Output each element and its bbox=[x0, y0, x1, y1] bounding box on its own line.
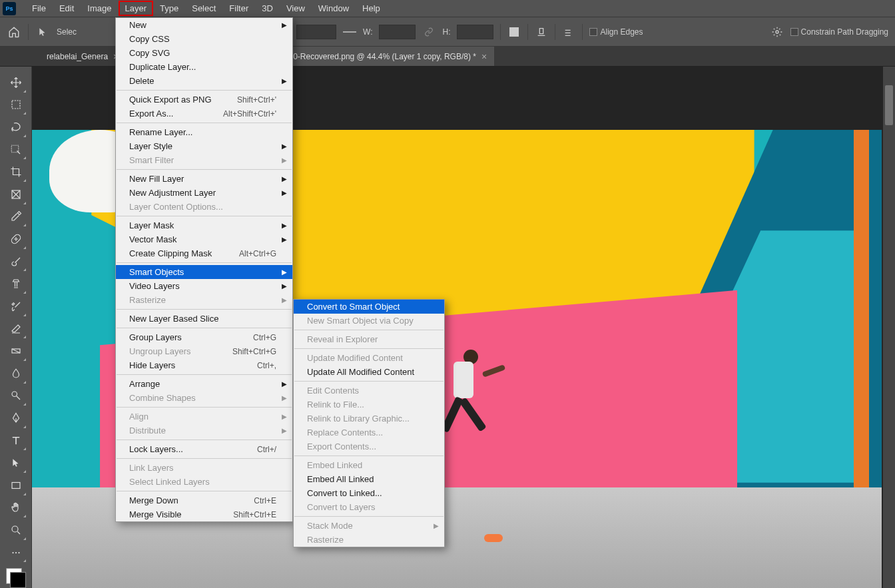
width-input[interactable] bbox=[379, 25, 416, 39]
tool-lasso[interactable] bbox=[5, 117, 27, 138]
stroke-options[interactable] bbox=[343, 25, 356, 39]
menu-item-new-adjustment-layer[interactable]: New Adjustment Layer▶ bbox=[116, 186, 292, 200]
document-tab[interactable]: relabelai_Genera× bbox=[40, 47, 120, 66]
chevron-right-icon: ▶ bbox=[282, 189, 287, 196]
menu-item-embed-all-linked[interactable]: Embed All Linked bbox=[294, 472, 444, 486]
separator bbox=[527, 24, 528, 40]
path-selection-icon[interactable] bbox=[35, 25, 50, 39]
menu-item-stack-mode: Stack Mode▶ bbox=[294, 519, 444, 533]
color-swatches[interactable] bbox=[6, 568, 26, 588]
chevron-right-icon: ▶ bbox=[282, 282, 287, 290]
svg-rect-7 bbox=[12, 482, 20, 488]
menu-item-video-layers[interactable]: Video Layers▶ bbox=[116, 279, 292, 293]
separator bbox=[28, 24, 29, 40]
path-operations-icon[interactable] bbox=[507, 25, 521, 39]
height-input[interactable] bbox=[457, 25, 493, 39]
tool-healing[interactable] bbox=[5, 228, 27, 250]
menu-item-embed-linked: Embed Linked bbox=[294, 458, 444, 472]
menu-view[interactable]: View bbox=[280, 1, 312, 16]
menu-type[interactable]: Type bbox=[153, 1, 185, 16]
menu-item-rename-layer[interactable]: Rename Layer... bbox=[116, 125, 292, 139]
tool-history-brush[interactable] bbox=[5, 296, 27, 317]
tool-eyedropper[interactable] bbox=[5, 206, 27, 228]
tool-quick-select[interactable] bbox=[5, 139, 27, 160]
menu-item-arrange[interactable]: Arrange▶ bbox=[116, 377, 292, 391]
menu-item-hide-layers[interactable]: Hide LayersCtrl+, bbox=[116, 358, 292, 372]
tool-pen[interactable] bbox=[5, 408, 27, 429]
chevron-right-icon: ▶ bbox=[282, 296, 287, 304]
menu-file[interactable]: File bbox=[25, 1, 53, 16]
home-icon[interactable] bbox=[7, 25, 21, 39]
constrain-path-dragging-checkbox[interactable]: Constrain Path Dragging bbox=[790, 27, 888, 37]
tool-marquee[interactable] bbox=[5, 95, 27, 116]
menu-item-link-layers: Link Layers bbox=[116, 461, 292, 475]
tool-brush[interactable] bbox=[5, 251, 27, 272]
menu-item-smart-objects[interactable]: Smart Objects▶ bbox=[116, 265, 292, 279]
menu-item-copy-svg[interactable]: Copy SVG bbox=[116, 46, 292, 60]
menu-item-lock-layers[interactable]: Lock Layers...Ctrl+/ bbox=[116, 442, 292, 456]
menu-item-relink-to-file: Relink to File... bbox=[294, 398, 444, 412]
menu-item-export-as[interactable]: Export As...Alt+Shift+Ctrl+' bbox=[116, 107, 292, 121]
chevron-right-icon: ▶ bbox=[282, 413, 287, 420]
menu-item-duplicate-layer[interactable]: Duplicate Layer... bbox=[116, 60, 292, 74]
vertical-scrollbar[interactable] bbox=[883, 67, 895, 588]
align-edges-checkbox[interactable]: Align Edges bbox=[589, 27, 643, 37]
chevron-right-icon: ▶ bbox=[282, 156, 287, 164]
menu-3d[interactable]: 3D bbox=[255, 1, 280, 16]
menu-help[interactable]: Help bbox=[356, 1, 387, 16]
tool-eraser[interactable] bbox=[5, 318, 27, 340]
menu-item-merge-visible[interactable]: Merge VisibleShift+Ctrl+E bbox=[116, 507, 292, 521]
menu-item-convert-to-linked[interactable]: Convert to Linked... bbox=[294, 486, 444, 500]
tool-path-select[interactable] bbox=[5, 452, 27, 473]
tool-zoom[interactable] bbox=[5, 519, 27, 541]
menu-item-new[interactable]: New▶ bbox=[116, 18, 292, 32]
tool-dodge[interactable] bbox=[5, 386, 27, 407]
menubar: Ps FileEditImageLayerTypeSelectFilter3DV… bbox=[0, 0, 895, 17]
separator bbox=[555, 24, 555, 40]
menu-select[interactable]: Select bbox=[185, 1, 222, 16]
tool-edit-toolbar[interactable] bbox=[5, 542, 27, 563]
menu-item-combine-shapes: Combine Shapes▶ bbox=[116, 391, 292, 405]
tool-frame[interactable] bbox=[5, 184, 27, 205]
link-icon[interactable] bbox=[422, 25, 436, 39]
stroke-width-input[interactable] bbox=[296, 25, 336, 39]
menu-item-group-layers[interactable]: Group LayersCtrl+G bbox=[116, 330, 292, 344]
menu-image[interactable]: Image bbox=[81, 1, 118, 16]
menu-edit[interactable]: Edit bbox=[53, 1, 81, 16]
menu-item-new-layer-based-slice[interactable]: New Layer Based Slice bbox=[116, 312, 292, 326]
menu-filter[interactable]: Filter bbox=[222, 1, 255, 16]
tool-hand[interactable] bbox=[5, 497, 27, 519]
svg-point-8 bbox=[12, 526, 18, 532]
tool-blur[interactable] bbox=[5, 363, 27, 384]
menu-item-delete[interactable]: Delete▶ bbox=[116, 74, 292, 88]
tool-crop[interactable] bbox=[5, 161, 27, 182]
tool-rectangle[interactable] bbox=[5, 475, 27, 496]
menu-item-copy-css[interactable]: Copy CSS bbox=[116, 32, 292, 46]
gear-icon[interactable] bbox=[770, 25, 784, 39]
menu-item-convert-to-smart-object[interactable]: Convert to Smart Object bbox=[294, 300, 444, 314]
chevron-right-icon: ▶ bbox=[282, 77, 287, 85]
tool-gradient[interactable] bbox=[5, 340, 27, 362]
tool-move[interactable] bbox=[5, 72, 27, 93]
menu-item-create-clipping-mask[interactable]: Create Clipping MaskAlt+Ctrl+G bbox=[116, 246, 292, 260]
path-alignment-icon[interactable] bbox=[535, 25, 548, 39]
menu-item-layer-style[interactable]: Layer Style▶ bbox=[116, 139, 292, 153]
menu-item-reveal-in-explorer: Reveal in Explorer bbox=[294, 332, 444, 346]
svg-point-0 bbox=[776, 31, 778, 33]
close-icon[interactable]: × bbox=[481, 51, 487, 62]
chevron-right-icon: ▶ bbox=[282, 175, 287, 182]
layer-menu-dropdown: New▶Copy CSSCopy SVGDuplicate Layer...De… bbox=[115, 17, 293, 522]
chevron-right-icon: ▶ bbox=[282, 394, 287, 402]
menu-window[interactable]: Window bbox=[312, 1, 356, 16]
menu-item-update-all-modified-content[interactable]: Update All Modified Content bbox=[294, 365, 444, 379]
menu-item-merge-down[interactable]: Merge DownCtrl+E bbox=[116, 493, 292, 507]
menu-layer[interactable]: Layer bbox=[119, 1, 154, 16]
menu-item-new-fill-layer[interactable]: New Fill Layer▶ bbox=[116, 172, 292, 186]
tool-type[interactable] bbox=[5, 430, 27, 451]
path-arrangement-icon[interactable] bbox=[562, 25, 575, 39]
menu-item-quick-export-as-png[interactable]: Quick Export as PNGShift+Ctrl+' bbox=[116, 93, 292, 107]
menu-item-layer-mask[interactable]: Layer Mask▶ bbox=[116, 218, 292, 232]
tool-clone[interactable] bbox=[5, 273, 27, 294]
menu-item-vector-mask[interactable]: Vector Mask▶ bbox=[116, 232, 292, 246]
menu-item-convert-to-layers: Convert to Layers bbox=[294, 500, 444, 514]
